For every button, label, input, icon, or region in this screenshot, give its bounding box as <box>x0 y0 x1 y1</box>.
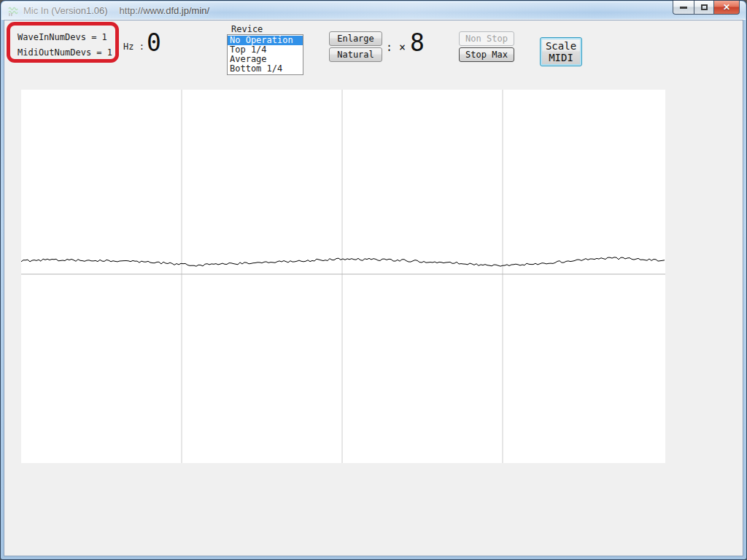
waveform-chart <box>21 90 665 463</box>
maximize-button[interactable] <box>694 1 714 15</box>
natural-button[interactable]: Natural <box>329 47 382 62</box>
close-button[interactable]: ✕ <box>714 1 740 15</box>
close-icon: ✕ <box>723 3 730 12</box>
scale-midi-button[interactable]: Scale MIDI <box>540 37 582 66</box>
non-stop-button: Non Stop <box>459 31 514 46</box>
minimize-button[interactable] <box>673 1 694 15</box>
screen: Mic In (Version1.06) http://www.dfd.jp/m… <box>0 0 747 560</box>
waveform-display <box>21 90 665 463</box>
stop-max-button[interactable]: Stop Max <box>459 47 514 62</box>
app-icon <box>7 5 19 17</box>
multiplier-separator: : × <box>386 41 406 54</box>
revice-label: Revice <box>231 24 263 34</box>
app-window: Mic In (Version1.06) http://www.dfd.jp/m… <box>0 0 747 560</box>
hz-label: Hz : <box>123 42 144 52</box>
caption-buttons: ✕ <box>673 1 740 15</box>
multiplier-value: 8 <box>410 28 425 57</box>
window-url: http://www.dfd.jp/min/ <box>120 5 210 16</box>
revice-option-bottom-quarter[interactable]: Bottom 1/4 <box>228 64 303 74</box>
midi-out-devices-text: MidiOutNumDevs = 1 <box>18 45 115 61</box>
client-area: WaveInNumDevs = 1 MidiOutNumDevs = 1 Hz … <box>4 20 743 556</box>
scale-midi-label-line1: Scale <box>546 40 576 52</box>
titlebar-gloss <box>1 1 746 20</box>
minimize-icon <box>680 7 687 9</box>
enlarge-button[interactable]: Enlarge <box>329 31 382 46</box>
maximize-icon <box>701 4 708 10</box>
device-info-highlight: WaveInNumDevs = 1 MidiOutNumDevs = 1 <box>7 22 119 63</box>
titlebar[interactable]: Mic In (Version1.06) http://www.dfd.jp/m… <box>1 1 746 20</box>
window-title: Mic In (Version1.06) <box>23 5 108 16</box>
scale-midi-label-line2: MIDI <box>549 52 573 63</box>
wave-in-devices-text: WaveInNumDevs = 1 <box>18 30 115 45</box>
hz-value: 0 <box>147 28 161 57</box>
revice-listbox[interactable]: No Operation Top 1/4 Average Bottom 1/4 <box>227 34 303 75</box>
